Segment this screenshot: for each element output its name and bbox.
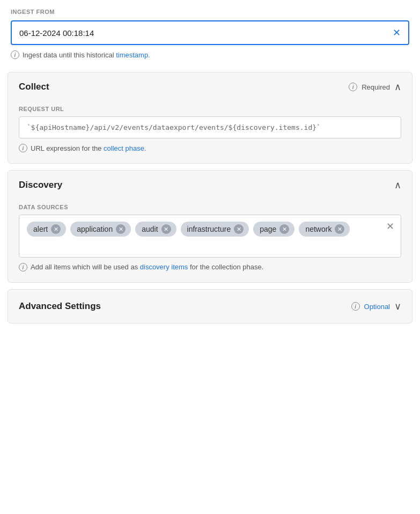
- tag-infrastructure-label: infrastructure: [187, 225, 231, 233]
- collect-body: REQUEST URL `${apiHostname}/api/v2/event…: [8, 101, 412, 163]
- advanced-chevron-down-icon: ∨: [394, 300, 401, 312]
- tags-wrapper: alert ✕ application ✕ audit ✕ infrastruc…: [19, 215, 401, 258]
- tag-page-label: page: [260, 225, 276, 233]
- tag-alert-remove[interactable]: ✕: [51, 224, 61, 234]
- tags-row: alert ✕ application ✕ audit ✕ infrastruc…: [27, 222, 393, 237]
- request-url-input[interactable]: `${apiHostname}/api/v2/events/dataexport…: [19, 116, 401, 138]
- discovery-info-icon: i: [19, 263, 27, 271]
- discovery-title: Discovery: [19, 180, 62, 190]
- collect-header-right: i Required ∧: [349, 81, 401, 93]
- tag-application-label: application: [77, 225, 113, 233]
- advanced-settings-header[interactable]: Advanced Settings i Optional ∨: [8, 290, 412, 323]
- discovery-items-link[interactable]: discovery items: [140, 263, 188, 271]
- collect-url-hint: i URL expression for the collect phase.: [19, 144, 401, 152]
- advanced-settings-header-right: i Optional ∨: [351, 300, 401, 312]
- datetime-value: 06-12-2024 00:18:14: [19, 28, 393, 38]
- tag-infrastructure-remove[interactable]: ✕: [234, 224, 244, 234]
- data-sources-label: DATA SOURCES: [19, 204, 401, 210]
- ingest-hint-text: Ingest data until this historical timest…: [23, 51, 150, 59]
- advanced-optional-badge: Optional: [364, 303, 390, 311]
- url-hint-info-icon: i: [19, 144, 27, 152]
- tag-network: network ✕: [299, 222, 350, 237]
- collect-section-header[interactable]: Collect i Required ∧: [8, 72, 412, 101]
- tag-audit-remove[interactable]: ✕: [161, 224, 171, 234]
- page-wrapper: INGEST FROM 06-12-2024 00:18:14 ✕ i Inge…: [0, 0, 420, 514]
- collect-chevron-up-icon: ∧: [394, 81, 401, 93]
- advanced-info-icon: i: [351, 302, 360, 311]
- tag-network-label: network: [305, 225, 331, 233]
- timestamp-link[interactable]: timestamp.: [116, 51, 150, 59]
- collect-required-badge: Required: [362, 83, 390, 91]
- tag-network-remove[interactable]: ✕: [335, 224, 344, 234]
- bottom-spacer: [0, 330, 420, 341]
- collect-phase-link[interactable]: collect phase: [104, 144, 144, 152]
- advanced-settings-section: Advanced Settings i Optional ∨: [8, 289, 412, 324]
- ingest-hint: i Ingest data until this historical time…: [11, 50, 409, 59]
- info-icon: i: [11, 50, 19, 59]
- tag-infrastructure: infrastructure ✕: [181, 222, 249, 237]
- datetime-clear-button[interactable]: ✕: [393, 27, 401, 39]
- collect-info-icon: i: [349, 83, 357, 91]
- tag-application: application ✕: [70, 222, 131, 237]
- tags-clear-all-button[interactable]: ✕: [386, 221, 394, 232]
- advanced-settings-title: Advanced Settings: [19, 301, 101, 312]
- ingest-from-label: INGEST FROM: [11, 9, 409, 15]
- tag-audit-label: audit: [142, 225, 158, 233]
- discovery-header-right: ∧: [394, 179, 401, 191]
- discovery-chevron-up-icon: ∧: [394, 179, 401, 191]
- tag-application-remove[interactable]: ✕: [116, 224, 126, 234]
- tag-audit: audit ✕: [135, 222, 176, 237]
- tag-page: page ✕: [253, 222, 294, 237]
- discovery-hint-text: Add all items which will be used as disc…: [31, 263, 263, 271]
- collect-section: Collect i Required ∧ REQUEST URL `${apiH…: [8, 72, 412, 164]
- datetime-input-wrapper: 06-12-2024 00:18:14 ✕: [11, 20, 409, 45]
- collect-title: Collect: [19, 82, 49, 92]
- ingest-from-section: INGEST FROM 06-12-2024 00:18:14 ✕ i Inge…: [0, 0, 420, 65]
- discovery-hint: i Add all items which will be used as di…: [19, 263, 401, 271]
- discovery-section: Discovery ∧ DATA SOURCES alert ✕ applica…: [8, 170, 412, 283]
- tag-alert-label: alert: [33, 225, 48, 233]
- request-url-label: REQUEST URL: [19, 106, 401, 112]
- tag-alert: alert ✕: [27, 222, 66, 237]
- discovery-body: DATA SOURCES alert ✕ application ✕ audit…: [8, 200, 412, 282]
- url-hint-text: URL expression for the collect phase.: [31, 144, 146, 152]
- discovery-section-header[interactable]: Discovery ∧: [8, 171, 412, 200]
- tag-page-remove[interactable]: ✕: [279, 224, 289, 234]
- close-icon: ✕: [393, 27, 401, 39]
